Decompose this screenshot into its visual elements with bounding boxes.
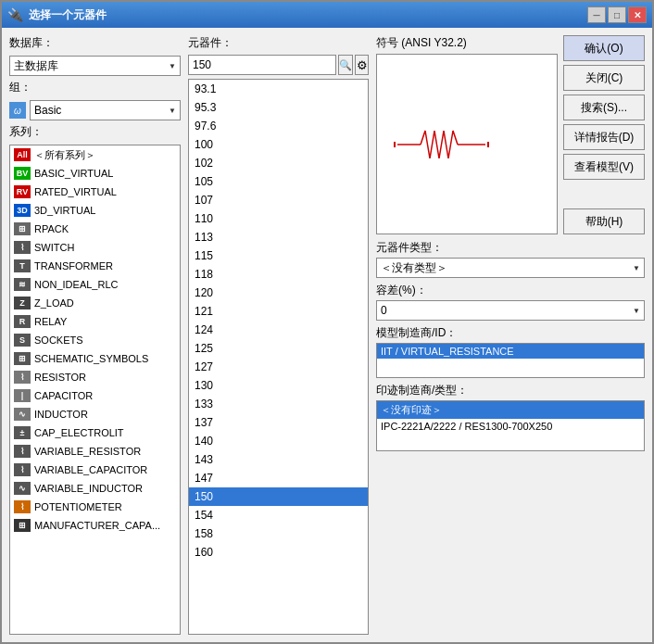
model-list: IIT / VIRTUAL_RESISTANCE bbox=[376, 343, 645, 378]
db-dropdown[interactable]: 主数据库 ▼ bbox=[9, 56, 181, 76]
minimize-button[interactable]: ─ bbox=[587, 6, 606, 23]
group-icon: ω bbox=[9, 102, 26, 119]
component-header: 元器件： bbox=[188, 35, 369, 51]
comp-item-137[interactable]: 137 bbox=[189, 413, 368, 432]
model-row: 模型制造商/ID： IIT / VIRTUAL_RESISTANCE bbox=[376, 325, 645, 378]
comp-item-113[interactable]: 113 bbox=[189, 228, 368, 246]
series-item-variable_capacitor[interactable]: ⌇ VARIABLE_CAPACITOR bbox=[10, 461, 180, 479]
component-list: 93.195.397.61001021051071101131151181201… bbox=[188, 79, 369, 635]
comp-item-102[interactable]: 102 bbox=[189, 154, 368, 172]
detail-button[interactable]: 详情报告(D) bbox=[563, 124, 645, 150]
search-magnifier-button[interactable]: 🔍 bbox=[338, 55, 353, 75]
series-label-transformer: TRANSFORMER bbox=[34, 260, 113, 271]
tolerance-arrow: ▼ bbox=[633, 307, 640, 315]
title-bar-left: 🔌 选择一个元器件 bbox=[7, 7, 107, 23]
comp-item-124[interactable]: 124 bbox=[189, 321, 368, 339]
series-item-non_ideal_rlc[interactable]: ≋ NON_IDEAL_RLC bbox=[10, 275, 180, 294]
comp-item-107[interactable]: 107 bbox=[189, 191, 368, 209]
title-bar-controls: ─ □ ✕ bbox=[587, 6, 647, 23]
component-type-value: ＜没有类型＞ bbox=[381, 260, 447, 276]
comp-item-147[interactable]: 147 bbox=[189, 469, 368, 487]
series-item-z_load[interactable]: Z Z_LOAD bbox=[10, 294, 180, 312]
series-icon-resistor: ⌇ bbox=[14, 371, 31, 384]
series-item-variable_resistor[interactable]: ⌇ VARIABLE_RESISTOR bbox=[10, 442, 180, 461]
comp-item-130[interactable]: 130 bbox=[189, 376, 368, 395]
comp-item-110[interactable]: 110 bbox=[189, 209, 368, 228]
series-item-basic_virtual[interactable]: BV BASIC_VIRTUAL bbox=[10, 164, 180, 183]
help-button[interactable]: 帮助(H) bbox=[563, 208, 645, 234]
series-item-resistor[interactable]: ⌇ RESISTOR bbox=[10, 368, 180, 386]
comp-item-118[interactable]: 118 bbox=[189, 265, 368, 284]
close-window-button[interactable]: ✕ bbox=[628, 6, 647, 23]
window-icon: 🔌 bbox=[7, 7, 23, 22]
filter-button[interactable]: ⚙ bbox=[355, 55, 369, 75]
series-item-schematic_symbols[interactable]: ⊞ SCHEMATIC_SYMBOLS bbox=[10, 349, 180, 368]
series-item-potentiometer[interactable]: ⌇ POTENTIOMETER bbox=[10, 498, 180, 516]
tolerance-row: 容差(%)： 0 ▼ bbox=[376, 283, 645, 321]
series-item-sockets[interactable]: S SOCKETS bbox=[10, 331, 180, 349]
maximize-button[interactable]: □ bbox=[608, 6, 626, 23]
comp-item-143[interactable]: 143 bbox=[189, 450, 368, 469]
comp-item-100[interactable]: 100 bbox=[189, 135, 368, 154]
series-label-resistor: RESISTOR bbox=[34, 372, 86, 383]
confirm-button[interactable]: 确认(O) bbox=[563, 35, 645, 61]
tolerance-dropdown[interactable]: 0 ▼ bbox=[376, 300, 645, 321]
series-item-cap_electrolit[interactable]: ± CAP_ELECTROLIT bbox=[10, 423, 180, 442]
series-label-non_ideal_rlc: NON_IDEAL_RLC bbox=[34, 279, 118, 290]
title-bar: 🔌 选择一个元器件 ─ □ ✕ bbox=[2, 2, 652, 28]
comp-item-97.6[interactable]: 97.6 bbox=[189, 117, 368, 135]
series-item-all[interactable]: All ＜所有系列＞ bbox=[10, 145, 180, 164]
series-item-manufacturer_cap[interactable]: ⊞ MANUFACTURER_CAPA... bbox=[10, 516, 180, 535]
component-type-dropdown[interactable]: ＜没有类型＞ ▼ bbox=[376, 258, 645, 278]
series-icon-rpack: ⊞ bbox=[14, 222, 31, 235]
resistor-symbol-svg bbox=[393, 121, 541, 168]
model-item[interactable]: IIT / VIRTUAL_RESISTANCE bbox=[377, 344, 644, 359]
series-icon-all: All bbox=[14, 148, 31, 161]
comp-item-115[interactable]: 115 bbox=[189, 246, 368, 265]
comp-item-158[interactable]: 158 bbox=[189, 524, 368, 543]
series-item-rpack[interactable]: ⊞ RPACK bbox=[10, 220, 180, 238]
right-bottom: 元器件类型： ＜没有类型＞ ▼ 容差(%)： 0 ▼ 模型制造商/ID： bbox=[376, 240, 645, 451]
footprint-item[interactable]: ＜没有印迹＞ bbox=[377, 401, 644, 419]
comp-item-150[interactable]: 150 bbox=[189, 487, 368, 506]
comp-item-105[interactable]: 105 bbox=[189, 172, 368, 191]
search-button[interactable]: 搜索(S)... bbox=[563, 95, 645, 120]
series-item-rated_virtual[interactable]: RV RATED_VIRTUAL bbox=[10, 183, 180, 201]
series-item-3d_virtual[interactable]: 3D 3D_VIRTUAL bbox=[10, 201, 180, 220]
series-icon-cap_electrolit: ± bbox=[14, 426, 31, 439]
comp-item-154[interactable]: 154 bbox=[189, 506, 368, 524]
series-item-variable_inductor[interactable]: ∿ VARIABLE_INDUCTOR bbox=[10, 479, 180, 498]
group-dropdown[interactable]: Basic ▼ bbox=[30, 100, 181, 120]
series-item-transformer[interactable]: T TRANSFORMER bbox=[10, 257, 180, 275]
comp-item-125[interactable]: 125 bbox=[189, 339, 368, 358]
tolerance-value: 0 bbox=[381, 304, 387, 317]
series-item-inductor[interactable]: ∿ INDUCTOR bbox=[10, 405, 180, 423]
comp-item-133[interactable]: 133 bbox=[189, 395, 368, 413]
search-row: 🔍 ⚙ bbox=[188, 55, 369, 75]
symbol-label: 符号 (ANSI Y32.2) bbox=[376, 35, 558, 51]
comp-item-93.1[interactable]: 93.1 bbox=[189, 80, 368, 98]
series-item-capacitor[interactable]: | CAPACITOR bbox=[10, 386, 180, 405]
footprint-row: 印迹制造商/类型： ＜没有印迹＞IPC-2221A/2222 / RES1300… bbox=[376, 383, 645, 451]
component-type-label: 元器件类型： bbox=[376, 240, 645, 256]
comp-item-127[interactable]: 127 bbox=[189, 358, 368, 376]
series-label-rated_virtual: RATED_VIRTUAL bbox=[34, 186, 117, 197]
comp-item-121[interactable]: 121 bbox=[189, 302, 368, 321]
db-value: 主数据库 bbox=[14, 58, 58, 74]
footprint-item[interactable]: IPC-2221A/2222 / RES1300-700X250 bbox=[377, 419, 644, 434]
close-button[interactable]: 关闭(C) bbox=[563, 65, 645, 91]
group-row: ω Basic ▼ bbox=[9, 100, 181, 120]
comp-item-120[interactable]: 120 bbox=[189, 284, 368, 302]
comp-item-140[interactable]: 140 bbox=[189, 432, 368, 450]
series-label-variable_capacitor: VARIABLE_CAPACITOR bbox=[34, 464, 147, 475]
view-model-button[interactable]: 查看模型(V) bbox=[563, 154, 645, 180]
series-label-capacitor: CAPACITOR bbox=[34, 390, 93, 401]
search-input[interactable] bbox=[188, 55, 336, 75]
comp-item-95.3[interactable]: 95.3 bbox=[189, 98, 368, 117]
series-item-relay[interactable]: R RELAY bbox=[10, 312, 180, 331]
series-item-switch[interactable]: ⌇ SWITCH bbox=[10, 238, 180, 257]
series-icon-variable_inductor: ∿ bbox=[14, 482, 31, 495]
right-top: 符号 (ANSI Y32.2) bbox=[376, 35, 645, 234]
comp-item-160[interactable]: 160 bbox=[189, 543, 368, 562]
series-icon-schematic_symbols: ⊞ bbox=[14, 352, 31, 365]
